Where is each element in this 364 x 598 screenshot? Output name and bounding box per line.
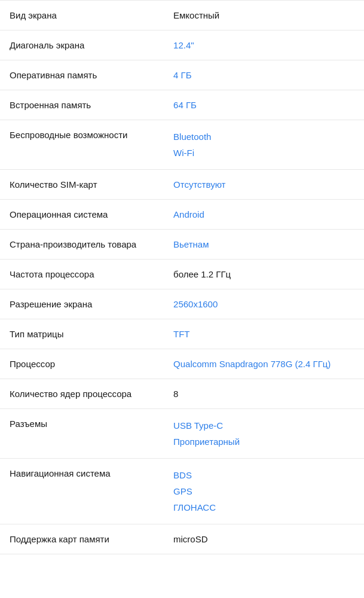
table-row: Диагональ экрана12.4" [0,30,364,60]
spec-label: Количество ядер процессора [0,379,164,409]
table-row: Поддержка карт памятиmicroSD [0,524,364,554]
spec-value: Вьетнам [164,230,364,260]
table-row: Страна-производитель товараВьетнам [0,230,364,260]
table-row: Тип матрицыTFT [0,319,364,349]
spec-label: Диагональ экрана [0,30,164,60]
spec-value-line: Wi-Fi [173,145,354,161]
table-row: ПроцессорQualcomm Snapdragon 778G (2.4 Г… [0,349,364,379]
table-row: Оперативная память4 ГБ [0,60,364,90]
spec-label: Количество SIM-карт [0,170,164,200]
spec-label: Вид экрана [0,1,164,30]
spec-label: Страна-производитель товара [0,230,164,260]
specs-table: Вид экранаЕмкостныйДиагональ экрана12.4"… [0,0,364,554]
spec-value-line: USB Type-C [173,417,354,434]
spec-value-line: BDS [173,467,354,483]
spec-label: Встроенная память [0,90,164,120]
table-row: Количество SIM-картОтсутствуют [0,170,364,200]
table-row: Частота процессораболее 1.2 ГГц [0,260,364,289]
spec-value-line: ГЛОНАСС [173,499,354,515]
spec-value: 8 [164,379,364,409]
spec-label: Навигационная система [0,459,164,524]
spec-value: 4 ГБ [164,60,364,90]
spec-value: более 1.2 ГГц [164,260,364,289]
table-row: Беспроводные возможностиBluetoothWi-Fi [0,120,364,170]
spec-label: Частота процессора [0,260,164,289]
spec-value-line: Проприетарный [173,434,354,450]
table-row: Вид экранаЕмкостный [0,1,364,30]
spec-value: Android [164,200,364,230]
spec-label: Оперативная память [0,60,164,90]
spec-label: Операционная система [0,200,164,230]
spec-value: BluetoothWi-Fi [164,120,364,170]
spec-value: Отсутствуют [164,170,364,200]
spec-value: BDSGPSГЛОНАСС [164,459,364,524]
table-row: Встроенная память64 ГБ [0,90,364,120]
spec-value: Емкостный [164,1,364,30]
spec-value-line: GPS [173,483,354,499]
table-row: РазъемыUSB Type-CПроприетарный [0,409,364,459]
spec-value-line: Bluetooth [173,129,354,145]
spec-value: USB Type-CПроприетарный [164,409,364,459]
table-row: Навигационная системаBDSGPSГЛОНАСС [0,459,364,524]
spec-value: microSD [164,524,364,554]
spec-value: 12.4" [164,30,364,60]
spec-value: Qualcomm Snapdragon 778G (2.4 ГГц) [164,349,364,379]
spec-value: 2560x1600 [164,289,364,319]
spec-label: Разрешение экрана [0,289,164,319]
spec-label: Разъемы [0,409,164,459]
table-row: Разрешение экрана2560x1600 [0,289,364,319]
spec-label: Процессор [0,349,164,379]
spec-label: Беспроводные возможности [0,120,164,170]
spec-value: 64 ГБ [164,90,364,120]
table-row: Количество ядер процессора8 [0,379,364,409]
spec-value: TFT [164,319,364,349]
spec-label: Поддержка карт памяти [0,524,164,554]
table-row: Операционная системаAndroid [0,200,364,230]
spec-label: Тип матрицы [0,319,164,349]
